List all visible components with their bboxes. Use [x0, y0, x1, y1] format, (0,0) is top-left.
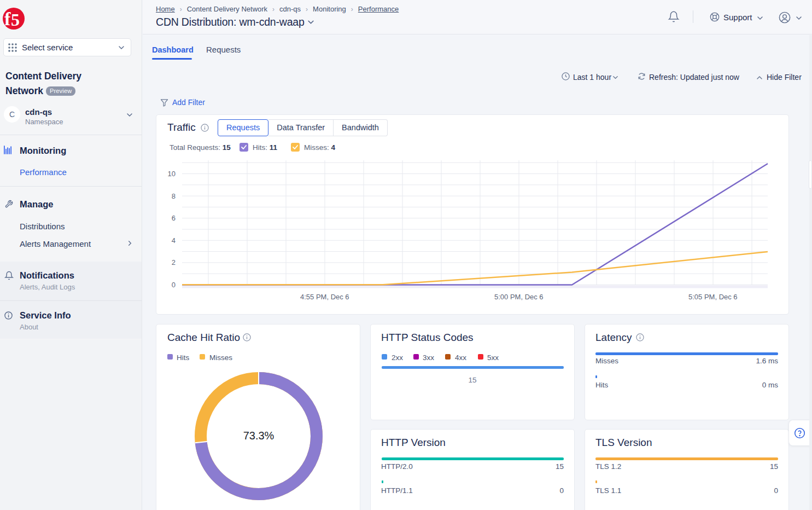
svg-text:2: 2	[172, 258, 176, 266]
svg-text:f: f	[4, 9, 11, 29]
svg-text:6: 6	[172, 214, 176, 222]
svg-text:0: 0	[172, 281, 176, 289]
svg-text:10: 10	[168, 170, 176, 178]
svg-text:4: 4	[172, 236, 176, 245]
svg-text:8: 8	[172, 192, 176, 200]
svg-text:5: 5	[11, 10, 20, 30]
